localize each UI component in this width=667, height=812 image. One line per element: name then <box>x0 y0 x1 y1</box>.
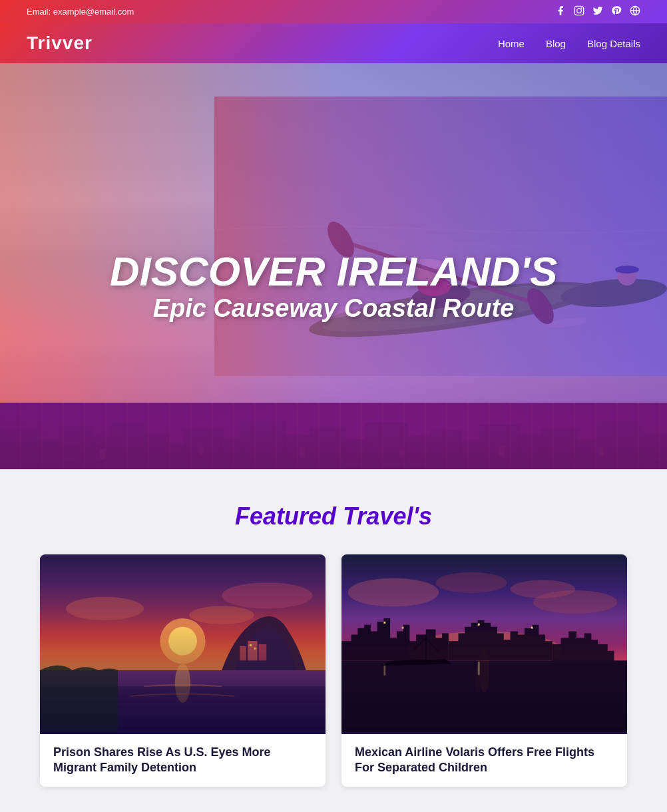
svg-rect-62 <box>250 644 252 646</box>
top-bar: Email: example@email.com <box>0 0 667 23</box>
svg-rect-39 <box>518 435 545 469</box>
svg-rect-42 <box>596 421 642 469</box>
svg-rect-44 <box>100 449 105 459</box>
svg-rect-45 <box>200 446 204 454</box>
svg-rect-30 <box>240 421 286 469</box>
svg-rect-60 <box>259 644 267 660</box>
svg-rect-27 <box>166 443 186 469</box>
card-1[interactable]: Prison Shares Rise As U.S. Eyes More Mig… <box>40 554 326 787</box>
hero-title-sub: Epic Causeway Coastal Route <box>101 294 566 323</box>
svg-rect-59 <box>248 641 258 660</box>
svg-rect-50 <box>0 403 667 469</box>
svg-rect-20 <box>0 403 667 469</box>
svg-rect-33 <box>343 439 368 469</box>
hero-section: DISCOVER IRELAND'S Epic Causeway Coastal… <box>0 63 667 403</box>
pinterest-icon[interactable] <box>611 5 622 18</box>
nav-blog-details[interactable]: Blog Details <box>587 38 640 49</box>
svg-rect-31 <box>283 435 313 469</box>
nav-blog[interactable]: Blog <box>546 38 566 49</box>
card-1-text: Prison Shares Rise As U.S. Eyes More Mig… <box>40 734 326 787</box>
globe-icon[interactable] <box>630 5 640 18</box>
logo[interactable]: Trivver <box>27 33 93 54</box>
featured-section: Featured Travel's <box>0 469 667 807</box>
svg-rect-79 <box>478 662 480 675</box>
svg-rect-77 <box>531 627 533 629</box>
card-1-illustration <box>40 554 326 734</box>
nav-links: Home Blog Blog Details <box>498 38 640 49</box>
instagram-icon[interactable] <box>574 5 584 18</box>
svg-rect-24 <box>90 436 113 469</box>
svg-rect-47 <box>399 449 403 457</box>
svg-rect-48 <box>499 446 505 456</box>
twitter-icon[interactable] <box>592 5 603 18</box>
svg-rect-75 <box>402 627 404 629</box>
svg-point-2 <box>581 7 582 9</box>
svg-rect-61 <box>240 646 246 660</box>
card-1-headline: Prison Shares Rise As U.S. Eyes More Mig… <box>53 745 312 776</box>
svg-rect-43 <box>639 432 667 469</box>
email-label: Email: example@email.com <box>27 7 134 17</box>
svg-rect-76 <box>478 624 480 626</box>
navbar: Trivver Home Blog Blog Details <box>0 23 667 63</box>
svg-rect-63 <box>254 648 256 650</box>
svg-point-52 <box>160 618 205 664</box>
cards-grid: Prison Shares Rise As U.S. Eyes More Mig… <box>40 554 627 787</box>
card-2-image <box>341 554 627 734</box>
card-1-image <box>40 554 326 734</box>
svg-point-69 <box>435 572 507 593</box>
svg-rect-46 <box>300 448 304 457</box>
svg-rect-22 <box>37 439 63 469</box>
svg-rect-32 <box>310 427 346 469</box>
svg-rect-29 <box>220 437 243 469</box>
svg-rect-38 <box>479 425 521 469</box>
svg-rect-36 <box>429 431 463 469</box>
svg-rect-51 <box>40 556 326 731</box>
card-2-headline: Mexican Airline Volaris Offers Free Flig… <box>355 745 614 776</box>
svg-rect-28 <box>183 428 223 469</box>
svg-rect-74 <box>383 622 385 624</box>
svg-point-56 <box>189 606 254 624</box>
card-2-text: Mexican Airline Volaris Offers Free Flig… <box>341 734 627 787</box>
cityscape-banner <box>0 403 667 469</box>
svg-rect-37 <box>459 441 483 469</box>
card-2[interactable]: Mexican Airline Volaris Offers Free Flig… <box>341 554 627 787</box>
svg-point-70 <box>511 580 576 598</box>
svg-rect-0 <box>574 6 583 15</box>
hero-content: DISCOVER IRELAND'S Epic Causeway Coastal… <box>101 249 566 323</box>
hero-title-main: DISCOVER IRELAND'S <box>101 249 566 294</box>
svg-rect-49 <box>599 448 604 457</box>
svg-point-1 <box>577 9 582 13</box>
social-icons-container <box>555 5 640 18</box>
svg-rect-41 <box>574 439 600 469</box>
svg-rect-34 <box>365 423 408 469</box>
svg-rect-35 <box>405 436 433 469</box>
featured-section-title: Featured Travel's <box>40 503 627 530</box>
svg-point-58 <box>175 664 190 703</box>
svg-rect-21 <box>0 429 40 469</box>
facebook-icon[interactable] <box>555 5 566 18</box>
cityscape-illustration <box>0 403 667 469</box>
svg-rect-26 <box>143 433 170 469</box>
svg-rect-57 <box>40 670 326 732</box>
svg-rect-40 <box>541 428 578 469</box>
svg-point-54 <box>66 597 144 620</box>
svg-point-53 <box>168 627 197 656</box>
svg-rect-25 <box>110 423 146 469</box>
svg-rect-23 <box>60 426 93 469</box>
svg-point-55 <box>222 582 313 608</box>
hero-overlay <box>0 63 667 403</box>
nav-home[interactable]: Home <box>498 38 525 49</box>
card-2-illustration <box>341 554 627 734</box>
svg-point-67 <box>348 578 439 607</box>
svg-rect-64 <box>40 686 326 731</box>
